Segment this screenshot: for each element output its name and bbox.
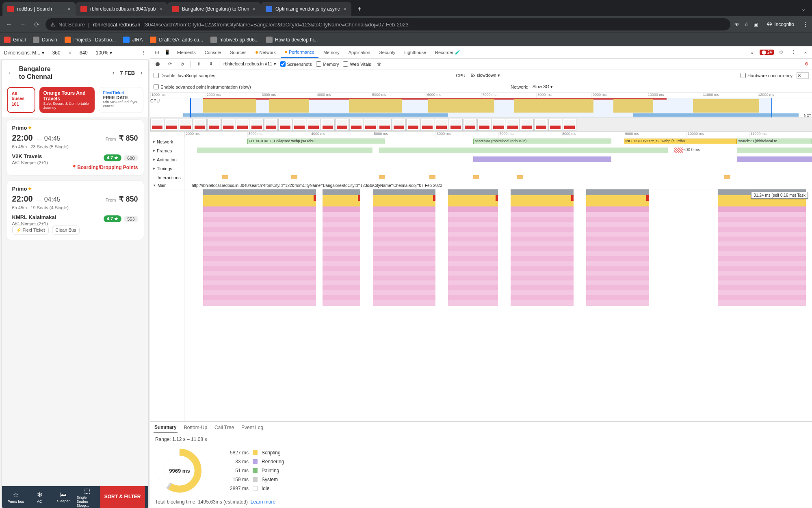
screenshots-checkbox[interactable]: Screenshots [280, 61, 312, 67]
bookmark-item[interactable]: Draft: GA: adds cu... [150, 37, 203, 43]
network-throttle-dropdown[interactable]: Slow 3G ▾ [533, 84, 553, 89]
track-main[interactable]: ▼Main [150, 182, 184, 189]
track-timings[interactable]: ▶Timings [150, 164, 184, 173]
chip-all-buses[interactable]: All buses 101 [7, 87, 35, 113]
network-request[interactable]: FLEXITICKET_Collapsed.webp (s3.rdbu... [247, 139, 385, 144]
forward-button[interactable]: → [18, 20, 28, 29]
hw-concurrency-checkbox[interactable]: Hardware concurrency [741, 73, 793, 78]
cpu-throttle-dropdown[interactable]: 6x slowdown ▾ [471, 73, 500, 78]
browser-tab[interactable]: redBus | Search × [2, 2, 76, 16]
filter-ac[interactable]: ❄AC [29, 491, 50, 504]
browser-tab[interactable]: Bangalore (Bengaluru) to Chen × [167, 2, 261, 16]
tab-elements[interactable]: Elements [173, 48, 200, 57]
bookmark-item[interactable]: JIRA [123, 37, 143, 43]
device-mode-icon[interactable]: 📱 [162, 48, 172, 57]
close-icon[interactable]: × [159, 6, 162, 12]
issues-badge[interactable]: ⬤ 24 [760, 50, 774, 55]
detail-tab-bottom-up[interactable]: Bottom-Up [183, 422, 208, 433]
network-request[interactable]: searchV3 (rbhirelocal.redbus.in) [473, 139, 611, 144]
more-icon[interactable]: ⋮ [141, 50, 146, 56]
interactions-lane[interactable] [184, 173, 812, 182]
enable-paint-checkbox[interactable]: Enable advanced paint instrumentation (s… [154, 84, 251, 89]
tab-lighthouse[interactable]: Lighthouse [400, 48, 430, 57]
track-frames[interactable]: ▶Frames [150, 146, 184, 155]
tab-memory[interactable]: Memory [319, 48, 344, 57]
tab-security[interactable]: Security [375, 48, 399, 57]
close-icon[interactable]: × [343, 6, 346, 12]
zoom-dropdown[interactable]: 100% ▾ [96, 50, 112, 56]
tab-performance[interactable]: Performance [281, 47, 318, 58]
bookmark-item[interactable]: Gmail [4, 37, 26, 43]
timings-lane[interactable] [184, 164, 812, 173]
reload-record-button[interactable]: ⟳ [166, 60, 174, 68]
close-icon[interactable]: × [253, 6, 256, 12]
load-profile-button[interactable]: ⬆ [195, 60, 203, 68]
detail-tab-event-log[interactable]: Event Log [240, 422, 264, 433]
flame-chart[interactable]: 31.24 ms (self 0.16 ms) Task [184, 189, 812, 303]
browser-tab[interactable]: rbhirelocal.redbus.in:3040/pub × [76, 2, 167, 16]
tab-sources[interactable]: Sources [226, 48, 250, 57]
capture-settings-icon[interactable]: ⚙ [805, 61, 809, 67]
network-request[interactable]: IND DISCOVERY_SL.webp (s3.rdbu [624, 139, 737, 144]
date-label[interactable]: 7 FEB [120, 70, 135, 76]
tab-application[interactable]: Application [344, 48, 375, 57]
tab-console[interactable]: Console [201, 48, 225, 57]
boarding-link[interactable]: 📍Boarding/Dropping Points [12, 165, 138, 170]
address-bar[interactable]: ⚠ Not Secure | rbhirelocal.redbus.in:304… [45, 18, 730, 30]
next-date-button[interactable]: › [141, 70, 142, 76]
kebab-icon[interactable]: ⋮ [788, 48, 798, 57]
recording-dropdown[interactable]: rbhirelocal.redbus.in #11 ▾ [223, 61, 276, 67]
network-request[interactable]: searchV3 (rbhirelocal.re [737, 139, 812, 144]
bus-card[interactable]: Primo✦ 22:00 — 04:45 From ₹ 850 6h 45m ·… [6, 119, 144, 176]
inspect-icon[interactable]: ⮹ [152, 48, 162, 57]
prev-date-button[interactable]: ‹ [113, 70, 114, 76]
dimensions-dropdown[interactable]: Dimensions: M... ▾ [4, 50, 44, 56]
height-input[interactable] [76, 50, 92, 56]
back-icon[interactable]: ← [8, 69, 15, 77]
frames-lane[interactable]: 600.0 ms [184, 146, 812, 155]
filter-sleeper[interactable]: 🛏Sleeper [53, 491, 74, 503]
width-input[interactable] [48, 50, 65, 56]
filter-primo[interactable]: ☆Primo bus [5, 491, 27, 504]
track-interactions[interactable]: Interactions [150, 173, 184, 182]
back-button[interactable]: ← [4, 20, 14, 29]
network-lane[interactable]: FLEXITICKET_Collapsed.webp (s3.rdbu... s… [184, 137, 812, 146]
bookmark-item[interactable]: Darwin [33, 37, 57, 43]
browser-tab[interactable]: Optimizing vendor.js by async × [261, 2, 351, 16]
chip-flexiticket[interactable]: FlexiTicket FREE DATE Min 50% refund if … [99, 87, 143, 113]
menu-icon[interactable]: ⋮ [803, 22, 808, 27]
hw-concurrency-input[interactable] [797, 72, 809, 79]
eye-off-icon[interactable]: 👁 [734, 22, 739, 27]
clear-button[interactable]: ⊘ [178, 60, 186, 68]
record-button[interactable] [154, 60, 162, 68]
new-tab-button[interactable]: + [354, 3, 365, 15]
star-icon[interactable]: ☆ [744, 22, 749, 27]
reload-button[interactable]: ⟳ [32, 20, 41, 29]
overview-ruler[interactable]: 1000 ms 2000 ms 3000 ms 4000 ms 5000 ms … [150, 93, 812, 98]
tab-recorder[interactable]: Recorder 🧪 [431, 47, 465, 57]
bookmark-item[interactable]: mobweb-pp-306... [210, 37, 259, 43]
detail-tab-call-tree[interactable]: Call Tree [214, 422, 235, 433]
tab-list-button[interactable]: ⌄ [801, 6, 806, 12]
close-icon[interactable]: × [67, 6, 71, 12]
sort-filter-button[interactable]: SORT & FILTER [100, 486, 145, 508]
web-vitals-checkbox[interactable]: Web Vitals [343, 61, 371, 67]
detail-tab-summary[interactable]: Summary [154, 422, 178, 433]
panel-icon[interactable]: ▣ [754, 22, 758, 27]
close-devtools-icon[interactable]: × [801, 48, 810, 57]
filter-single-seater[interactable]: ⬚Single Seater/ Sleep... [76, 487, 98, 508]
timeline-overview[interactable]: CPU NET [150, 98, 812, 118]
track-network[interactable]: ▶Network [150, 137, 184, 146]
trash-icon[interactable]: 🗑 [375, 60, 383, 68]
screenshots-filmstrip[interactable] [150, 118, 812, 132]
save-profile-button[interactable]: ⬇ [207, 60, 215, 68]
bookmark-item[interactable]: How to develop hi... [266, 37, 318, 43]
track-animation[interactable]: ▶Animation [150, 155, 184, 164]
bus-card[interactable]: Primo✦ 22:00 — 04:45 From ₹ 850 6h 45m ·… [6, 180, 144, 240]
animation-lane[interactable] [184, 155, 812, 164]
chip-operator-promo[interactable]: Orange Tours And Travels Safe, Secure & … [39, 87, 95, 113]
more-tabs-icon[interactable]: » [747, 48, 757, 57]
learn-more-link[interactable]: Learn more [251, 499, 275, 505]
bookmark-item[interactable]: Projects · Dashbo... [65, 37, 116, 43]
tab-network[interactable]: Network [251, 48, 280, 57]
